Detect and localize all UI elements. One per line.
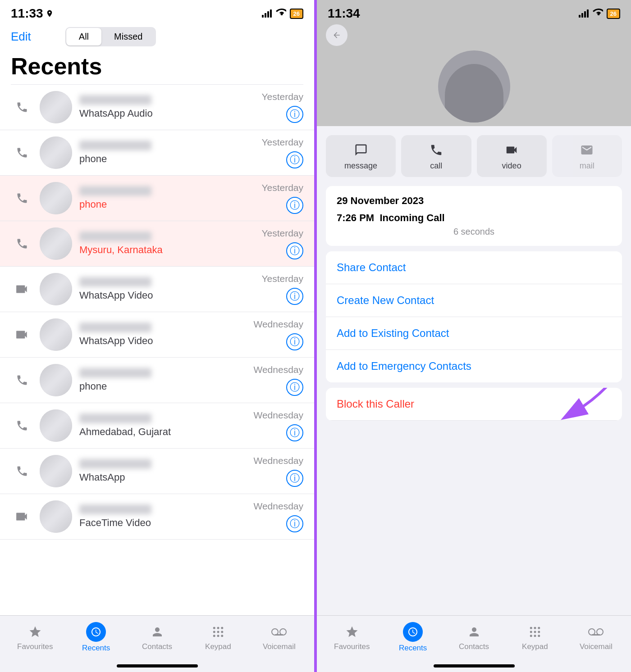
avatar-4 <box>40 273 72 305</box>
phone-icon-3 <box>13 235 31 253</box>
mail-button[interactable]: mail <box>552 135 622 177</box>
call-meta-8: Wednesday ⓘ <box>253 455 303 487</box>
svg-point-0 <box>213 627 215 629</box>
video-icon-5 <box>13 326 31 344</box>
avatar-7 <box>40 409 72 442</box>
right-panel: 11:34 26 <box>316 0 631 672</box>
svg-point-17 <box>534 631 536 633</box>
avatar-5 <box>40 318 72 351</box>
call-time-1: Yesterday <box>261 137 303 148</box>
voicemail-icon-right <box>587 623 604 640</box>
segment-missed-button[interactable]: Missed <box>101 28 155 45</box>
block-caller-item[interactable]: Block this Caller <box>326 388 622 421</box>
svg-point-20 <box>534 635 536 637</box>
contact-name-blur-0 <box>79 95 151 105</box>
info-button-0[interactable]: ⓘ <box>286 106 303 123</box>
info-button-1[interactable]: ⓘ <box>286 151 303 168</box>
call-item-8[interactable]: WhatsApp Wednesday ⓘ <box>0 449 314 494</box>
contact-name-blur-7 <box>79 413 151 423</box>
call-item-2[interactable]: phone Yesterday ⓘ <box>0 176 314 221</box>
info-button-8[interactable]: ⓘ <box>286 470 303 487</box>
info-button-3[interactable]: ⓘ <box>286 242 303 259</box>
back-button[interactable] <box>326 24 348 46</box>
call-item-4[interactable]: WhatsApp Video Yesterday ⓘ <box>0 267 314 312</box>
tab-favourites-left[interactable]: Favourites <box>5 623 65 651</box>
status-time-left: 11:33 <box>11 6 54 21</box>
video-button[interactable]: video <box>477 135 547 177</box>
keypad-icon-left <box>210 623 227 640</box>
block-caller-section: Block this Caller <box>326 388 622 421</box>
tab-recents-left[interactable]: Recents <box>65 622 126 653</box>
add-existing-contact-item[interactable]: Add to Existing Contact <box>326 317 622 350</box>
call-type-label-0: WhatsApp Audio <box>79 108 257 119</box>
svg-point-18 <box>538 631 540 633</box>
phone-icon-7 <box>13 417 31 435</box>
tab-contacts-left[interactable]: Contacts <box>127 623 187 651</box>
status-icons-right-panel: 26 <box>579 9 620 19</box>
share-contact-item[interactable]: Share Contact <box>326 251 622 284</box>
status-icons-right: 26 <box>262 9 303 19</box>
clock-icon-right <box>403 622 423 642</box>
tab-keypad-right[interactable]: Keypad <box>504 623 565 651</box>
call-item-0[interactable]: WhatsApp Audio Yesterday ⓘ <box>0 85 314 130</box>
info-button-5[interactable]: ⓘ <box>286 333 303 350</box>
status-bar-left: 11:33 26 <box>0 0 314 24</box>
contact-name-blur-5 <box>79 322 151 332</box>
home-indicator-left <box>117 664 198 667</box>
call-item-6[interactable]: phone Wednesday ⓘ <box>0 358 314 403</box>
person-icon-left <box>149 623 166 640</box>
svg-point-7 <box>217 635 219 637</box>
call-item-9[interactable]: FaceTime Video Wednesday ⓘ <box>0 494 314 540</box>
video-icon-9 <box>13 508 31 526</box>
add-emergency-contact-item[interactable]: Add to Emergency Contacts <box>326 350 622 382</box>
wifi-icon <box>275 9 286 19</box>
call-time-2: Yesterday <box>261 182 303 193</box>
call-type-icon-9 <box>11 508 33 526</box>
contact-name-blur-9 <box>79 504 151 514</box>
avatar-2 <box>40 182 72 214</box>
avatar-3 <box>40 227 72 260</box>
call-type-icon-3 <box>11 235 33 253</box>
info-button-7[interactable]: ⓘ <box>286 424 303 441</box>
tab-favourites-right[interactable]: Favourites <box>321 623 382 651</box>
tab-label-contacts-right: Contacts <box>459 642 489 651</box>
signal-icon <box>262 9 272 18</box>
svg-point-10 <box>280 629 286 635</box>
svg-point-15 <box>538 627 540 629</box>
status-bar-right: 11:34 26 <box>317 0 631 24</box>
contact-name-blur-1 <box>79 141 151 150</box>
tab-recents-right[interactable]: Recents <box>382 622 443 653</box>
tab-label-contacts-left: Contacts <box>142 642 172 651</box>
tab-contacts-right[interactable]: Contacts <box>444 623 504 651</box>
call-item-7[interactable]: Ahmedabad, Gujarat Wednesday ⓘ <box>0 403 314 449</box>
call-time-6: Wednesday <box>253 364 303 375</box>
create-contact-item[interactable]: Create New Contact <box>326 284 622 317</box>
edit-button[interactable]: Edit <box>11 30 31 44</box>
message-button[interactable]: message <box>326 135 396 177</box>
call-info-6: phone <box>79 368 249 392</box>
info-button-9[interactable]: ⓘ <box>286 515 303 532</box>
contact-name-blur-3 <box>79 232 151 241</box>
svg-point-14 <box>534 627 536 629</box>
tab-voicemail-left[interactable]: Voicemail <box>249 623 310 651</box>
info-button-4[interactable]: ⓘ <box>286 288 303 305</box>
call-button[interactable]: call <box>401 135 471 177</box>
tab-label-keypad-right: Keypad <box>522 642 548 651</box>
call-type-label-9: FaceTime Video <box>79 517 249 529</box>
segment-all-button[interactable]: All <box>66 28 101 45</box>
left-panel: 11:33 26 Edit All Missed Recents <box>0 0 316 672</box>
call-item-5[interactable]: WhatsApp Video Wednesday ⓘ <box>0 312 314 358</box>
call-type-label-3: Mysuru, Karnataka <box>79 244 257 256</box>
avatar-8 <box>40 455 72 487</box>
segment-control: All Missed <box>65 27 156 46</box>
tab-keypad-left[interactable]: Keypad <box>187 623 248 651</box>
message-icon <box>354 143 368 157</box>
call-item-1[interactable]: phone Yesterday ⓘ <box>0 130 314 176</box>
tab-voicemail-right[interactable]: Voicemail <box>566 623 626 651</box>
voicemail-icon-left <box>270 623 288 640</box>
avatar-6 <box>40 364 72 396</box>
info-button-6[interactable]: ⓘ <box>286 379 303 396</box>
contact-name-blur-6 <box>79 368 151 378</box>
info-button-2[interactable]: ⓘ <box>286 197 303 214</box>
call-item-3[interactable]: Mysuru, Karnataka Yesterday ⓘ <box>0 221 314 267</box>
